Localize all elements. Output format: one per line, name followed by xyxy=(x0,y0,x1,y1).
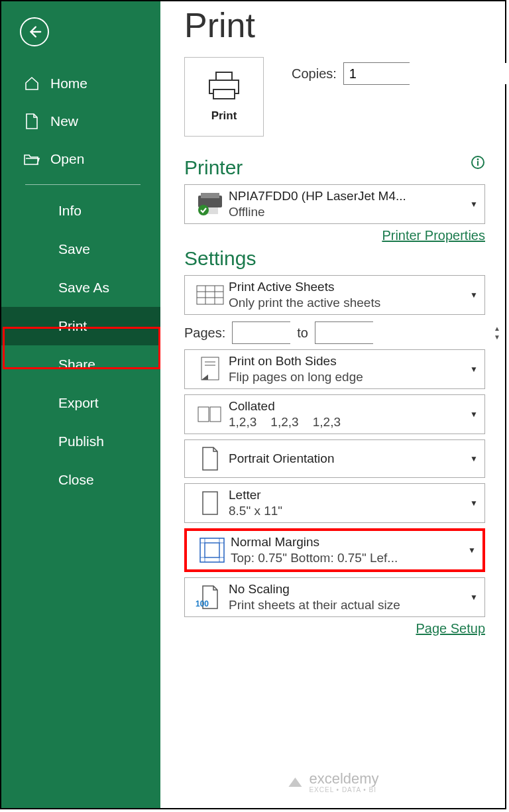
nav-save-as[interactable]: Save As xyxy=(1,268,160,307)
nav-share[interactable]: Share xyxy=(1,345,160,384)
chevron-down-icon: ▼ xyxy=(470,200,478,209)
paper-size-dropdown[interactable]: Letter 8.5" x 11" ▼ xyxy=(184,483,485,523)
folder-open-icon xyxy=(23,152,41,166)
copies-spinner[interactable]: ▲▼ xyxy=(343,62,410,85)
pages-to-input[interactable] xyxy=(315,322,494,343)
nav-print[interactable]: Print xyxy=(1,307,160,345)
printer-properties-link[interactable]: Printer Properties xyxy=(184,228,485,243)
chevron-down-icon: ▼ xyxy=(468,546,476,555)
nav-new[interactable]: New xyxy=(1,102,160,141)
document-icon xyxy=(23,113,41,130)
print-button[interactable]: Print xyxy=(184,57,264,137)
sides-dropdown[interactable]: Print on Both Sides Flip pages on long e… xyxy=(184,349,485,389)
pages-to-spinner[interactable]: ▲▼ xyxy=(315,321,373,344)
orientation-dropdown[interactable]: Portrait Orientation ▼ xyxy=(184,439,485,478)
svg-rect-7 xyxy=(201,193,219,198)
home-icon xyxy=(23,76,41,91)
pages-label: Pages: xyxy=(184,325,225,341)
chevron-down-icon: ▼ xyxy=(470,410,478,419)
svg-rect-15 xyxy=(201,357,219,380)
svg-rect-18 xyxy=(198,407,209,422)
svg-rect-21 xyxy=(200,538,224,562)
nav-home[interactable]: Home xyxy=(1,65,160,102)
chevron-down-icon: ▼ xyxy=(470,290,478,300)
printer-device-icon xyxy=(192,192,229,217)
printer-icon xyxy=(205,71,243,103)
logo-icon xyxy=(286,774,304,791)
info-icon[interactable] xyxy=(471,155,485,170)
nav-publish[interactable]: Publish xyxy=(1,422,160,461)
page-title: Print xyxy=(184,5,485,45)
copies-input[interactable] xyxy=(344,63,509,84)
svg-rect-22 xyxy=(205,543,219,557)
page-setup-link[interactable]: Page Setup xyxy=(184,621,485,636)
svg-rect-1 xyxy=(216,72,232,80)
nav-close[interactable]: Close xyxy=(1,461,160,499)
backstage-sidebar: Home New Open Info Save Save As Print xyxy=(1,1,160,808)
svg-rect-2 xyxy=(213,89,235,99)
arrow-left-icon xyxy=(27,25,42,39)
pages-to-label: to xyxy=(297,325,308,341)
copies-label: Copies: xyxy=(292,66,337,82)
nav-info[interactable]: Info xyxy=(1,192,160,230)
chevron-down-icon: ▼ xyxy=(470,593,478,602)
chevron-down-icon: ▼ xyxy=(470,365,478,374)
print-what-dropdown[interactable]: Print Active Sheets Only print the activ… xyxy=(184,275,485,315)
nav-label: New xyxy=(50,113,78,129)
pages-from-spinner[interactable]: ▲▼ xyxy=(232,321,290,344)
scaling-dropdown[interactable]: 100 No Scaling Print sheets at their act… xyxy=(184,577,485,617)
svg-rect-20 xyxy=(203,492,217,514)
back-button[interactable] xyxy=(20,17,49,46)
nav-open[interactable]: Open xyxy=(1,141,160,178)
svg-rect-5 xyxy=(477,161,479,166)
collated-dropdown[interactable]: Collated 1,2,3 1,2,3 1,2,3 ▼ xyxy=(184,394,485,434)
svg-rect-19 xyxy=(210,407,221,422)
nav-export[interactable]: Export xyxy=(1,384,160,422)
print-button-label: Print xyxy=(211,109,237,123)
printer-heading: Printer xyxy=(184,156,485,179)
settings-heading: Settings xyxy=(184,247,485,270)
sheets-icon xyxy=(192,285,229,305)
portrait-icon xyxy=(192,446,229,471)
printer-dropdown[interactable]: NPIA7FDD0 (HP LaserJet M4... Offline ▼ xyxy=(184,184,485,224)
margins-icon xyxy=(194,537,231,563)
chevron-down-icon: ▼ xyxy=(470,498,478,508)
chevron-down-icon: ▼ xyxy=(470,454,478,463)
svg-point-4 xyxy=(477,158,479,160)
nav-label: Home xyxy=(50,76,87,91)
printer-status: Offline xyxy=(229,205,466,219)
scaling-icon: 100 xyxy=(192,585,229,610)
page-icon xyxy=(192,491,229,516)
sidebar-divider xyxy=(25,184,141,185)
nav-label: Open xyxy=(50,151,84,167)
printer-name: NPIA7FDD0 (HP LaserJet M4... xyxy=(229,189,466,203)
margins-dropdown[interactable]: Normal Margins Top: 0.75" Bottom: 0.75" … xyxy=(184,528,485,572)
svg-rect-10 xyxy=(197,286,223,304)
collated-icon xyxy=(192,404,229,424)
watermark: exceldemy EXCEL • DATA • BI xyxy=(286,770,378,793)
duplex-icon xyxy=(192,356,229,382)
nav-save[interactable]: Save xyxy=(1,230,160,268)
print-panel: Print Print Copies: ▲▼ xyxy=(160,1,505,808)
svg-point-9 xyxy=(198,205,209,215)
